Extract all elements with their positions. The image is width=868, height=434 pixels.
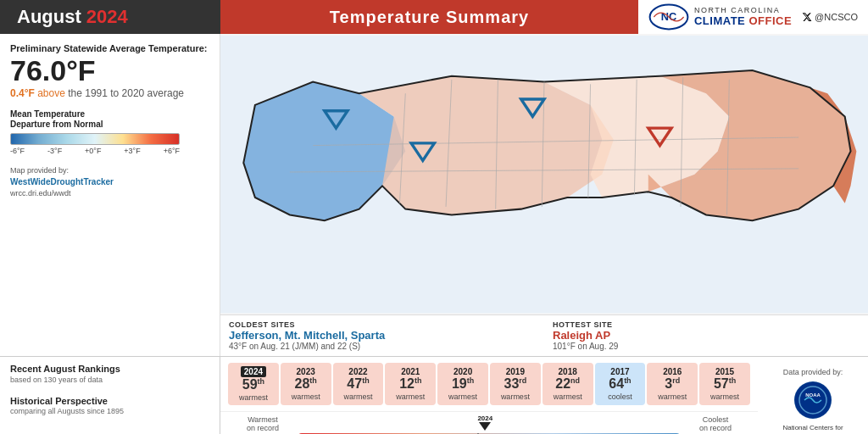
ranking-cell-2015: 201557thwarmest bbox=[699, 363, 750, 404]
ranking-year-2018: 2018 bbox=[559, 367, 577, 376]
rankings-section-label: Recent August Rankings based on 130 year… bbox=[10, 364, 209, 383]
ranking-type-2019: warmest bbox=[501, 392, 530, 401]
ranking-year-2015: 2015 bbox=[715, 367, 734, 376]
color-scale-label: Mean TemperatureDeparture from Normal bbox=[10, 109, 209, 130]
sites-info: COLDEST SITES Jefferson, Mt. Mitchell, S… bbox=[220, 314, 868, 356]
ranking-year-2021: 2021 bbox=[401, 367, 420, 376]
ranking-num-2020: 19th bbox=[452, 376, 474, 392]
ranking-year-2016: 2016 bbox=[663, 367, 682, 376]
ranking-cell-2020: 202019thwarmest bbox=[437, 363, 488, 404]
ranking-type-2021: warmest bbox=[396, 392, 425, 401]
ranking-cell-2024: 202459thwarmest bbox=[228, 363, 279, 404]
bottom-center: 202459thwarmest202328thwarmest202247thwa… bbox=[220, 357, 758, 434]
historical-row: Warmeston record 80.6°F 2007 2024 19 bbox=[220, 412, 758, 434]
main-container: August 2024 Temperature Summary NC NORTH… bbox=[0, 0, 868, 434]
twitter-handle[interactable]: @NCSCO bbox=[802, 12, 858, 22]
bottom-right: Data provided by: NOAA National Centers … bbox=[758, 357, 868, 434]
noaa-logo: NOAA bbox=[794, 381, 832, 419]
anomaly-direction: above bbox=[37, 87, 65, 99]
avg-temp-section: Preliminary Statewide Average Temperatur… bbox=[10, 42, 209, 99]
ranking-num-2015: 57th bbox=[714, 376, 736, 392]
nc-logo-icon: NC bbox=[648, 3, 689, 31]
coldest-site: COLDEST SITES Jefferson, Mt. Mitchell, S… bbox=[229, 320, 536, 351]
ranking-type-2020: warmest bbox=[448, 392, 477, 401]
marker-triangle bbox=[479, 422, 491, 431]
header-right: NC NORTH CAROLINA CLIMATE OFFICE @NCSCO bbox=[638, 0, 868, 34]
ranking-num-2019: 33rd bbox=[504, 376, 526, 392]
ranking-type-2018: warmest bbox=[554, 392, 582, 401]
hottest-site: HOTTEST SITE Raleigh AP 101°F on Aug. 29 bbox=[553, 320, 860, 351]
ranking-cell-2019: 201933rdwarmest bbox=[490, 363, 541, 404]
ranking-cell-2016: 20163rdwarmest bbox=[647, 363, 698, 404]
ranking-cell-2023: 202328thwarmest bbox=[281, 363, 331, 404]
ranking-cell-2018: 201822ndwarmest bbox=[542, 363, 593, 404]
hottest-label: HOTTEST SITE bbox=[553, 320, 860, 329]
avg-temp-label: Preliminary Statewide Average Temperatur… bbox=[10, 42, 209, 54]
anomaly-baseline: the 1991 to 2020 average bbox=[68, 87, 184, 99]
ranking-num-2021: 12th bbox=[399, 376, 421, 392]
map-credit-line1: Map provided by: bbox=[10, 166, 69, 175]
ranking-num-2017: 64th bbox=[609, 376, 631, 392]
map-area bbox=[220, 34, 868, 314]
hottest-detail: 101°F on Aug. 29 bbox=[553, 342, 860, 351]
ncei-name: National Centers forEnvironmental Inform… bbox=[773, 424, 852, 434]
bottom-left: Recent August Rankings based on 130 year… bbox=[0, 357, 220, 434]
page-title: Temperature Summary bbox=[330, 8, 529, 27]
ranking-num-2022: 47th bbox=[347, 376, 369, 392]
ranking-type-2016: warmest bbox=[658, 392, 687, 401]
ranking-num-2023: 28th bbox=[295, 376, 317, 392]
ranking-num-2024: 59th bbox=[242, 377, 264, 392]
month-label: August bbox=[17, 6, 81, 28]
ranking-type-2023: warmest bbox=[292, 392, 320, 401]
hottest-name: Raleigh AP bbox=[553, 329, 860, 342]
tracker-link[interactable]: WestWideDroughtTracker bbox=[10, 177, 114, 186]
header-center: Temperature Summary bbox=[220, 0, 638, 34]
nc-logo: NC NORTH CAROLINA CLIMATE OFFICE bbox=[648, 3, 792, 31]
svg-text:NOAA: NOAA bbox=[805, 392, 821, 398]
coldest-name: Jefferson, Mt. Mitchell, Sparta bbox=[229, 329, 536, 342]
map-credit: Map provided by: WestWideDroughtTracker … bbox=[10, 165, 209, 198]
ranking-type-2022: warmest bbox=[343, 392, 372, 401]
ranking-cell-2017: 201764thcoolest bbox=[595, 363, 646, 404]
ranking-type-2024: warmest bbox=[239, 393, 268, 402]
data-provided-label: Data provided by: bbox=[783, 368, 843, 376]
ranking-cell-2022: 202247thwarmest bbox=[333, 363, 384, 404]
ranking-year-2017: 2017 bbox=[610, 367, 629, 376]
ranking-num-2018: 22nd bbox=[555, 376, 580, 392]
marker-2024: 2024 bbox=[477, 415, 492, 431]
coldest-detail: 43°F on Aug. 21 (J/MM) and 22 (S) bbox=[229, 342, 536, 351]
nc-text-group: NORTH CAROLINA CLIMATE OFFICE bbox=[694, 7, 792, 27]
ranking-num-2016: 3rd bbox=[665, 376, 680, 392]
ranking-year-2023: 2023 bbox=[297, 367, 315, 376]
left-panel: Preliminary Statewide Average Temperatur… bbox=[0, 34, 220, 356]
avg-anomaly: 0.4°F above the 1991 to 2020 average bbox=[10, 87, 209, 99]
climate-office-text: CLIMATE OFFICE bbox=[694, 15, 792, 27]
historical-section-label: Historical Perspective comparing all Aug… bbox=[10, 396, 209, 415]
avg-temp-value: 76.0°F bbox=[10, 54, 209, 87]
hist-bar-container: 2024 1991 to 2020 average bbox=[297, 426, 682, 434]
hist-warmest: Warmeston record 80.6°F 2007 bbox=[229, 415, 297, 434]
tracker-url: wrcc.dri.edu/wwdt bbox=[10, 189, 71, 198]
ranking-type-2017: coolest bbox=[608, 392, 632, 401]
color-scale-section: Mean TemperatureDeparture from Normal -6… bbox=[10, 109, 209, 155]
anomaly-value: 0.4°F bbox=[10, 87, 35, 99]
year-label: 2024 bbox=[86, 6, 128, 28]
color-bar bbox=[10, 133, 180, 145]
twitter-icon bbox=[802, 12, 812, 22]
ranking-type-2015: warmest bbox=[710, 392, 739, 401]
header-left: August 2024 bbox=[0, 0, 220, 34]
ranking-year-2024: 2024 bbox=[241, 366, 266, 377]
bottom-section: Recent August Rankings based on 130 year… bbox=[0, 356, 868, 434]
body: Preliminary Statewide Average Temperatur… bbox=[0, 34, 868, 356]
nc-map-svg bbox=[220, 34, 868, 314]
header: August 2024 Temperature Summary NC NORTH… bbox=[0, 0, 868, 34]
center-panel: COLDEST SITES Jefferson, Mt. Mitchell, S… bbox=[220, 34, 868, 356]
color-scale-ticks: -6°F -3°F +0°F +3°F +6°F bbox=[10, 147, 180, 155]
ranking-year-2020: 2020 bbox=[453, 367, 472, 376]
ranking-year-2019: 2019 bbox=[506, 367, 525, 376]
rankings-row: 202459thwarmest202328thwarmest202247thwa… bbox=[220, 357, 758, 411]
hist-coolest: Cooleston record 72.7°F 1927 bbox=[682, 415, 749, 434]
coldest-label: COLDEST SITES bbox=[229, 320, 536, 329]
ranking-year-2022: 2022 bbox=[348, 367, 367, 376]
noaa-logo-svg: NOAA bbox=[794, 381, 832, 419]
